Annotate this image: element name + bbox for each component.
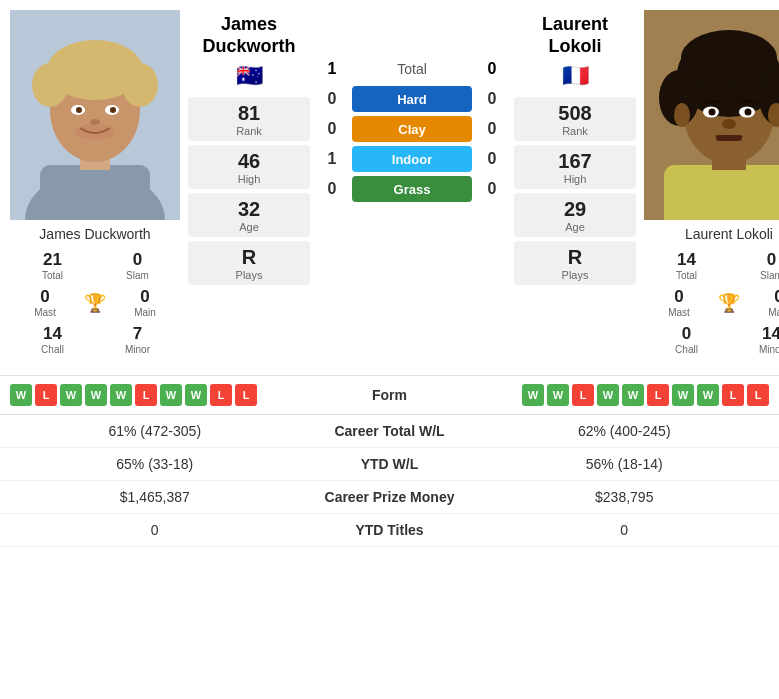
stat-cell-total-right: 14 Total bbox=[644, 250, 729, 281]
slam-value-right: 0 bbox=[729, 250, 779, 270]
chall-label-left: Chall bbox=[10, 344, 95, 355]
rank-value-right: 508 bbox=[518, 103, 632, 123]
form-badge-right-6: W bbox=[672, 384, 694, 406]
hard-score-left: 0 bbox=[322, 90, 342, 108]
form-badge-left-0: W bbox=[10, 384, 32, 406]
total-value-right: 14 bbox=[644, 250, 729, 270]
form-badge-left-1: L bbox=[35, 384, 57, 406]
mast-value-right: 0 bbox=[644, 287, 714, 307]
stats-center-0: Career Total W/L bbox=[300, 423, 480, 439]
form-badge-left-6: W bbox=[160, 384, 182, 406]
indoor-score-left: 1 bbox=[322, 150, 342, 168]
form-badge-left-7: W bbox=[185, 384, 207, 406]
total-value-left: 21 bbox=[10, 250, 95, 270]
svg-rect-2 bbox=[40, 165, 150, 220]
total-label-left: Total bbox=[10, 270, 95, 281]
court-row-hard: 0 Hard 0 bbox=[322, 86, 502, 112]
age-value-right: 29 bbox=[518, 199, 632, 219]
trophy-left: 🏆 bbox=[80, 287, 110, 318]
clay-score-left: 0 bbox=[322, 120, 342, 138]
player-name-right-below: Laurent Lokoli bbox=[644, 220, 779, 246]
court-badge-grass: Grass bbox=[352, 176, 472, 202]
stat-cell-mast-right: 0 Mast bbox=[644, 287, 714, 318]
rank-box-right: 508 Rank bbox=[514, 97, 636, 141]
form-label: Form bbox=[330, 387, 450, 403]
svg-point-21 bbox=[681, 30, 777, 86]
form-badge-left-5: L bbox=[135, 384, 157, 406]
stat-cell-main-left: 0 Main bbox=[110, 287, 180, 318]
grass-score-left: 0 bbox=[322, 180, 342, 198]
plays-label-right: Plays bbox=[518, 269, 632, 281]
slam-label-left: Slam bbox=[95, 270, 180, 281]
player-flag-left: 🇦🇺 bbox=[188, 63, 310, 89]
stats-left-0: 61% (472-305) bbox=[10, 423, 300, 439]
plays-box-right: R Plays bbox=[514, 241, 636, 285]
age-box-left: 32 Age bbox=[188, 193, 310, 237]
stat-cell-chall-left: 14 Chall bbox=[10, 324, 95, 355]
stats-table: 61% (472-305)Career Total W/L62% (400-24… bbox=[0, 414, 779, 547]
stat-cell-main-right: 0 Main bbox=[744, 287, 779, 318]
total-score-right: 0 bbox=[482, 60, 502, 78]
main-label-left: Main bbox=[110, 307, 180, 318]
form-badge-right-8: L bbox=[722, 384, 744, 406]
form-badge-right-7: W bbox=[697, 384, 719, 406]
form-badge-left-9: L bbox=[235, 384, 257, 406]
form-badge-left-3: W bbox=[85, 384, 107, 406]
stat-cell-slam-left: 0 Slam bbox=[95, 250, 180, 281]
minor-label-right: Minor bbox=[729, 344, 779, 355]
stats-right-3: 0 bbox=[480, 522, 770, 538]
main-value-right: 0 bbox=[744, 287, 779, 307]
main-label-right: Main bbox=[744, 307, 779, 318]
stats-panel-left: James Duckworth 🇦🇺 81 Rank 46 High 32 Ag… bbox=[184, 10, 314, 365]
svg-point-28 bbox=[722, 119, 736, 129]
form-badge-right-0: W bbox=[522, 384, 544, 406]
stat-row-chall-minor-right: 0 Chall 14 Minor bbox=[644, 324, 779, 355]
svg-rect-29 bbox=[716, 135, 742, 141]
clay-score-right: 0 bbox=[482, 120, 502, 138]
form-badge-left-8: L bbox=[210, 384, 232, 406]
form-badge-right-3: W bbox=[597, 384, 619, 406]
chall-value-right: 0 bbox=[644, 324, 729, 344]
player-stats-grid-right: 14 Total 0 Slam 0 Mast 🏆 bbox=[644, 246, 779, 365]
court-row-grass: 0 Grass 0 bbox=[322, 176, 502, 202]
high-value-right: 167 bbox=[518, 151, 632, 171]
high-value-left: 46 bbox=[192, 151, 306, 171]
rank-box-left: 81 Rank bbox=[188, 97, 310, 141]
main-container: James Duckworth 21 Total 0 Slam 0 bbox=[0, 0, 779, 547]
slam-value-left: 0 bbox=[95, 250, 180, 270]
stat-row-total-slam-left: 21 Total 0 Slam bbox=[10, 250, 180, 281]
court-row-clay: 0 Clay 0 bbox=[322, 116, 502, 142]
plays-value-right: R bbox=[518, 247, 632, 267]
plays-box-left: R Plays bbox=[188, 241, 310, 285]
court-badge-indoor: Indoor bbox=[352, 146, 472, 172]
total-score-left: 1 bbox=[322, 60, 342, 78]
trophy-right: 🏆 bbox=[714, 287, 744, 318]
stat-cell-minor-right: 14 Minor bbox=[729, 324, 779, 355]
age-box-right: 29 Age bbox=[514, 193, 636, 237]
form-badge-right-9: L bbox=[747, 384, 769, 406]
rank-label-left: Rank bbox=[192, 125, 306, 137]
main-value-left: 0 bbox=[110, 287, 180, 307]
player-photo-right bbox=[644, 10, 779, 220]
stat-cell-mast-left: 0 Mast bbox=[10, 287, 80, 318]
stats-left-1: 65% (33-18) bbox=[10, 456, 300, 472]
stats-center-3: YTD Titles bbox=[300, 522, 480, 538]
svg-point-10 bbox=[76, 107, 82, 113]
hard-score-right: 0 bbox=[482, 90, 502, 108]
stat-cell-minor-left: 7 Minor bbox=[95, 324, 180, 355]
stats-row-1: 65% (33-18)YTD W/L56% (18-14) bbox=[0, 448, 779, 481]
minor-value-right: 14 bbox=[729, 324, 779, 344]
age-label-right: Age bbox=[518, 221, 632, 233]
svg-point-13 bbox=[75, 124, 115, 140]
player-flag-right: 🇫🇷 bbox=[514, 63, 636, 89]
minor-value-left: 7 bbox=[95, 324, 180, 344]
form-badge-right-1: W bbox=[547, 384, 569, 406]
form-badges-left: WLWWWLWWLL bbox=[10, 384, 324, 406]
stat-row-mast-main-left: 0 Mast 🏆 0 Main bbox=[10, 287, 180, 318]
stat-cell-chall-right: 0 Chall bbox=[644, 324, 729, 355]
high-label-right: High bbox=[518, 173, 632, 185]
form-badge-left-4: W bbox=[110, 384, 132, 406]
stat-cell-slam-right: 0 Slam bbox=[729, 250, 779, 281]
trophy-icon-left: 🏆 bbox=[84, 292, 106, 314]
court-badge-clay: Clay bbox=[352, 116, 472, 142]
